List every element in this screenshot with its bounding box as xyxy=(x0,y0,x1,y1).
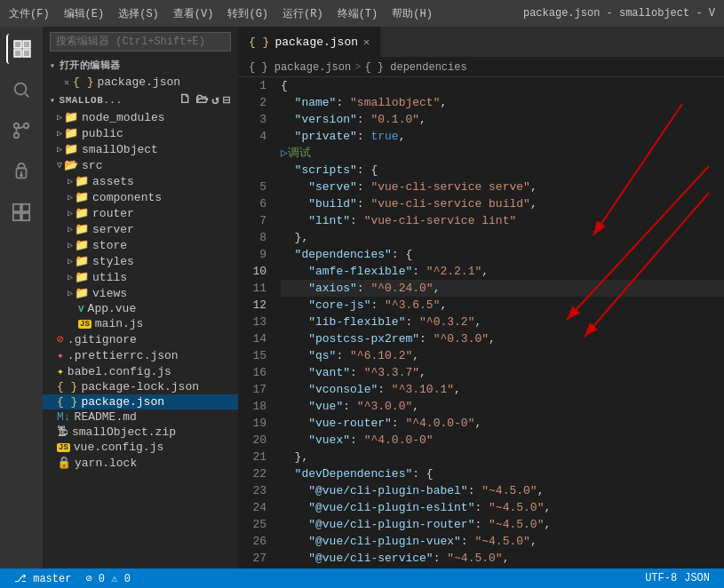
json-icon: { } xyxy=(57,395,77,409)
file-name: README.md xyxy=(75,410,137,424)
code-line-10: "dependencies": { xyxy=(281,246,724,263)
activity-source-control[interactable] xyxy=(6,115,36,146)
new-folder-icon[interactable]: 🗁 xyxy=(195,92,209,107)
git-icon: ⊘ xyxy=(57,332,64,346)
folder-icon: 📁 xyxy=(64,126,78,140)
breadcrumb-section[interactable]: { } dependencies xyxy=(364,61,466,74)
file-package-json[interactable]: { } package.json xyxy=(43,394,238,409)
tab-label: package.json xyxy=(274,36,358,49)
file-name: .prettierrc.json xyxy=(68,349,179,362)
file-name: babel.config.js xyxy=(68,365,171,378)
code-line-9: }, xyxy=(281,229,724,246)
line-num: 22 xyxy=(238,465,267,482)
code-content[interactable]: { "name": "smallobject", "version": "0.1… xyxy=(274,77,724,568)
folder-components[interactable]: ▷ 📁 components xyxy=(43,189,238,205)
file-package-lock[interactable]: { } package-lock.json xyxy=(43,379,238,394)
svg-point-11 xyxy=(20,175,22,177)
menu-view[interactable]: 查看(V) xyxy=(173,6,214,21)
file-name: App.vue xyxy=(88,302,137,315)
breadcrumb: { } package.json > { } dependencies xyxy=(238,58,724,77)
line-num: 6 xyxy=(238,195,267,212)
folder-router[interactable]: ▷ 📁 router xyxy=(43,205,238,221)
breadcrumb-root[interactable]: { } package.json xyxy=(249,61,351,74)
svg-line-5 xyxy=(25,93,28,97)
line-num: 26 xyxy=(238,533,267,550)
file-prettierrc[interactable]: ✦ .prettierrc.json xyxy=(43,347,238,363)
folder-src[interactable]: ▽ 📂 src xyxy=(43,157,238,173)
js-icon: JS xyxy=(57,443,70,452)
code-line-2: "name": "smallobject", xyxy=(281,94,724,111)
svg-rect-12 xyxy=(13,204,20,211)
svg-rect-13 xyxy=(22,204,29,211)
file-readme[interactable]: M↓ README.md xyxy=(43,409,238,425)
chevron-right-icon: ▷ xyxy=(57,112,62,123)
line-num: 20 xyxy=(238,432,267,449)
activity-debug[interactable] xyxy=(6,156,36,187)
menu-edit[interactable]: 编辑(E) xyxy=(64,6,105,21)
folder-name: node_modules xyxy=(82,111,165,124)
folder-name: src xyxy=(82,159,102,172)
file-babel-config[interactable]: ✦ babel.config.js xyxy=(43,363,238,379)
activity-search[interactable] xyxy=(6,75,36,105)
language-mode[interactable]: JSON xyxy=(677,572,717,584)
line-num: 14 xyxy=(238,330,267,347)
menu-select[interactable]: 选择(S) xyxy=(118,6,159,21)
menu-goto[interactable]: 转到(G) xyxy=(227,6,268,21)
tab-package-json[interactable]: { } package.json ✕ xyxy=(238,27,381,57)
menu-help[interactable]: 帮助(H) xyxy=(392,6,433,21)
activity-extensions[interactable] xyxy=(6,197,36,227)
folder-smallobject[interactable]: ▷ 📁 smallObject xyxy=(43,141,238,157)
folder-views[interactable]: ▷ 📁 views xyxy=(43,285,238,301)
menu-terminal[interactable]: 终端(T) xyxy=(338,6,378,21)
file-smallobject-zip[interactable]: 🗜 smallObject.zip xyxy=(43,425,238,440)
chevron-right-icon: ▷ xyxy=(57,144,62,155)
file-main-js[interactable]: JS main.js xyxy=(43,316,238,331)
folder-store[interactable]: ▷ 📁 store xyxy=(43,237,238,253)
js-icon: JS xyxy=(78,320,91,329)
file-yarn-lock[interactable]: 🔒 yarn.lock xyxy=(43,455,238,471)
svg-rect-15 xyxy=(22,213,29,220)
folder-node-modules[interactable]: ▷ 📁 node_modules xyxy=(43,109,238,125)
file-vue-config[interactable]: JS vue.config.js xyxy=(43,440,238,455)
sidebar: ▾ 打开的编辑器 ✕ { } package.json ▾ SMALLOB...… xyxy=(43,27,238,568)
chevron-right-icon: ▷ xyxy=(68,224,73,234)
line-num: 11 xyxy=(238,280,267,297)
activity-explorer[interactable] xyxy=(6,34,36,64)
folder-server[interactable]: ▷ 📁 server xyxy=(43,221,238,237)
file-gitignore[interactable]: ⊘ .gitignore xyxy=(43,331,238,347)
code-line-27: "@vue/cli-plugin-vuex": "~4.5.0", xyxy=(281,533,724,550)
line-num: 17 xyxy=(238,381,267,398)
menu-bar[interactable]: 文件(F) 编辑(E) 选择(S) 查看(V) 转到(G) 运行(R) 终端(T… xyxy=(9,6,433,21)
chevron-right-icon: ▷ xyxy=(68,176,73,187)
line-num: 10 xyxy=(238,263,267,280)
breadcrumb-separator: > xyxy=(354,61,361,74)
chevron-right-icon: ▷ xyxy=(68,256,73,266)
file-app-vue[interactable]: V App.vue xyxy=(43,301,238,316)
close-icon[interactable]: ✕ xyxy=(64,77,69,88)
search-input[interactable] xyxy=(50,32,231,52)
folder-styles[interactable]: ▷ 📁 styles xyxy=(43,253,238,269)
refresh-icon[interactable]: ↺ xyxy=(211,92,219,107)
code-line-11: "amfe-flexible": "^2.2.1", xyxy=(281,263,724,280)
activity-bar xyxy=(0,27,43,568)
json-file-icon: { } xyxy=(73,75,93,89)
folder-utils[interactable]: ▷ 📁 utils xyxy=(43,269,238,285)
collapse-icon[interactable]: ⊟ xyxy=(223,92,231,107)
folder-public[interactable]: ▷ 📁 public xyxy=(43,125,238,141)
folder-assets[interactable]: ▷ 📁 assets xyxy=(43,173,238,189)
line-num: 21 xyxy=(238,449,267,465)
open-file-item[interactable]: ✕ { } package.json xyxy=(43,74,238,91)
code-line-1: { xyxy=(281,77,724,94)
code-line-17: "vant": "^3.3.7", xyxy=(281,364,724,381)
menu-file[interactable]: 文件(F) xyxy=(9,6,50,21)
zip-icon: 🗜 xyxy=(57,425,68,439)
git-branch[interactable]: ⎇ master xyxy=(7,572,78,585)
errors-warnings[interactable]: ⊘ 0 ⚠ 0 xyxy=(78,572,137,585)
new-file-icon[interactable]: 🗋 xyxy=(179,92,192,107)
chevron-right-icon: ▷ xyxy=(68,272,73,282)
folder-name: utils xyxy=(92,271,127,284)
tab-close-button[interactable]: ✕ xyxy=(363,36,370,49)
code-line-16: "qs": "^6.10.2", xyxy=(281,347,724,364)
tab-file-icon: { } xyxy=(249,36,269,49)
menu-run[interactable]: 运行(R) xyxy=(282,6,323,21)
